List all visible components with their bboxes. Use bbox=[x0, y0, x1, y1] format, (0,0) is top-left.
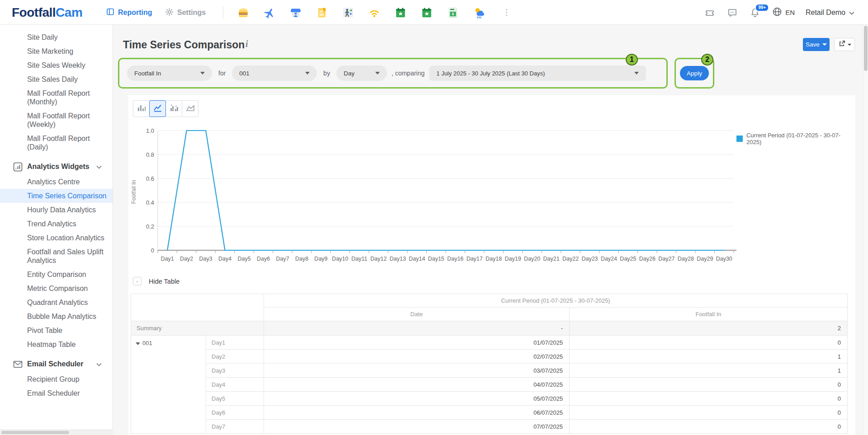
svg-text:Day28: Day28 bbox=[678, 256, 694, 262]
table-row: Day707/07/20250 bbox=[131, 420, 848, 434]
svg-text:Day13: Day13 bbox=[390, 256, 406, 262]
svg-text:0.8: 0.8 bbox=[146, 151, 154, 158]
entity-select[interactable]: 001 bbox=[232, 65, 317, 81]
more-apps-icon[interactable] bbox=[503, 6, 510, 19]
sidebar-scrollbar-thumb[interactable] bbox=[1, 431, 69, 434]
sidebar-item-label: Bubble Map Analytics bbox=[27, 313, 96, 320]
bell-icon[interactable]: 99+ bbox=[749, 7, 761, 19]
value-cell: 1 bbox=[570, 364, 848, 378]
page-scrollbar-thumb[interactable] bbox=[864, 26, 868, 71]
value-cell: 0 bbox=[570, 392, 848, 406]
sidebar-item-label: Analytics Centre bbox=[27, 178, 80, 186]
sidebar-item-site-daily[interactable]: Site Daily bbox=[0, 30, 113, 44]
svg-text:Day15: Day15 bbox=[428, 256, 444, 262]
hamburger-icon[interactable] bbox=[237, 6, 249, 19]
sidebar-section-analytics-widgets[interactable]: Analytics Widgets bbox=[0, 159, 113, 175]
sidebar-item-bubble-map-analytics[interactable]: Bubble Map Analytics bbox=[0, 309, 113, 323]
granularity-select[interactable]: Day bbox=[336, 65, 387, 81]
sidebar-item-trend-analytics[interactable]: Trend Analytics bbox=[0, 217, 113, 231]
sidebar-item-site-sales-daily[interactable]: Site Sales Daily bbox=[0, 72, 113, 86]
sidebar-item-mall-footfall-report-weekly[interactable]: Mall Footfall Report (Weekly) bbox=[0, 109, 113, 131]
weather-icon[interactable] bbox=[473, 6, 485, 19]
reporting-icon bbox=[106, 8, 114, 18]
sidebar-item-recipient-group[interactable]: Recipient Group bbox=[0, 372, 113, 386]
collapse-triangle-icon[interactable] bbox=[136, 342, 140, 345]
day-cell: Day6 bbox=[206, 406, 264, 420]
sidebar: Site DailySite MarketingSite Sales Weekl… bbox=[0, 25, 113, 430]
sidebar-item-analytics-centre[interactable]: Analytics Centre bbox=[0, 175, 113, 189]
date-cell: 03/07/2025 bbox=[264, 364, 570, 378]
flights-icon[interactable] bbox=[263, 6, 275, 19]
value-cell: 0 bbox=[570, 406, 848, 420]
svg-text:1.0: 1.0 bbox=[146, 127, 154, 134]
sidebar-item-footfall-and-sales-uplift-analytics[interactable]: Footfall and Sales Uplift Analytics bbox=[0, 245, 113, 267]
sidebar-item-mall-footfall-report-daily[interactable]: Mall Footfall Report (Daily) bbox=[0, 131, 113, 154]
legend-label: Current Period (01-07-2025 - 30-07-2025) bbox=[746, 132, 855, 145]
nav-settings[interactable]: Settings bbox=[165, 6, 206, 19]
sidebar-item-hourly-data-analytics[interactable]: Hourly Data Analytics bbox=[0, 203, 113, 217]
calendar-star-icon[interactable] bbox=[420, 6, 433, 19]
value-cell: 1 bbox=[570, 350, 848, 364]
money-icon[interactable]: $ bbox=[447, 6, 459, 19]
chart-type-line-chart-button[interactable] bbox=[149, 100, 166, 117]
sidebar-item-site-sales-weekly[interactable]: Site Sales Weekly bbox=[0, 58, 113, 72]
info-icon[interactable]: i bbox=[245, 39, 248, 49]
svg-text:Footfall In: Footfall In bbox=[131, 180, 137, 204]
ticket-icon[interactable] bbox=[704, 7, 716, 19]
sidebar-item-quadrant-analytics[interactable]: Quadrant Analytics bbox=[0, 295, 113, 309]
sidebar-item-heatmap-table[interactable]: Heatmap Table bbox=[0, 337, 113, 351]
language-selector[interactable]: EN bbox=[772, 6, 795, 19]
report-icon[interactable] bbox=[316, 6, 328, 19]
globe-icon bbox=[772, 6, 783, 19]
svg-text:Day3: Day3 bbox=[199, 256, 212, 262]
calendar-star-icon[interactable] bbox=[394, 6, 406, 19]
chevron-down-icon bbox=[634, 72, 639, 75]
hide-table-toggle[interactable]: - bbox=[133, 277, 142, 285]
value-cell: 0 bbox=[570, 336, 848, 350]
svg-text:0.2: 0.2 bbox=[146, 223, 154, 230]
wifi-icon[interactable] bbox=[368, 6, 380, 19]
sidebar-item-store-location-analytics[interactable]: Store Location Analytics bbox=[0, 231, 113, 245]
nav-reporting[interactable]: Reporting bbox=[106, 6, 152, 19]
chevron-down-icon bbox=[375, 72, 380, 75]
svg-text:Day29: Day29 bbox=[697, 256, 713, 262]
entity-value: 001 bbox=[239, 70, 250, 77]
svg-text:0.6: 0.6 bbox=[146, 175, 154, 182]
date-cell: 05/07/2025 bbox=[264, 392, 570, 406]
filter-bar: Footfall In for 001 by Day , comparing 1… bbox=[118, 58, 668, 89]
data-table: Current Period (01-07-2025 - 30-07-2025)… bbox=[131, 294, 848, 434]
chevron-down-icon bbox=[200, 72, 205, 75]
chart-legend[interactable]: Current Period (01-07-2025 - 30-07-2025) bbox=[736, 132, 855, 145]
sidebar-item-time-series-comparison[interactable]: Time Series Comparison bbox=[0, 189, 113, 203]
header-right: 99+ EN Retail Demo bbox=[704, 0, 854, 25]
sidebar-item-metric-comparison[interactable]: Metric Comparison bbox=[0, 281, 113, 295]
sidebar-scrollbar[interactable] bbox=[0, 430, 113, 435]
sidebar-item-label: Site Sales Daily bbox=[27, 75, 78, 83]
chevron-down-icon bbox=[96, 163, 102, 171]
summary-row: Summary-2 bbox=[131, 321, 848, 336]
export-button[interactable] bbox=[834, 38, 855, 51]
metric-select[interactable]: Footfall In bbox=[127, 65, 212, 81]
svg-text:Day26: Day26 bbox=[639, 256, 656, 262]
sidebar-section-email-scheduler-section[interactable]: Email Scheduler bbox=[0, 356, 113, 372]
page-scrollbar[interactable] bbox=[863, 25, 868, 435]
sidebar-item-site-marketing[interactable]: Site Marketing bbox=[0, 44, 113, 58]
sidebar-item-mall-footfall-report-monthly[interactable]: Mall Footfall Report (Monthly) bbox=[0, 86, 113, 109]
pedestrian-icon[interactable] bbox=[342, 6, 354, 19]
sidebar-item-pivot-table[interactable]: Pivot Table bbox=[0, 323, 113, 337]
save-button-label: Save bbox=[806, 41, 820, 48]
entity-label: 001 bbox=[142, 340, 152, 346]
storefront-icon[interactable] bbox=[289, 6, 302, 19]
account-menu[interactable]: Retail Demo bbox=[806, 9, 854, 17]
svg-text:Day8: Day8 bbox=[295, 256, 308, 262]
line-chart-icon bbox=[153, 103, 163, 115]
sidebar-item-email-scheduler[interactable]: Email Scheduler bbox=[0, 386, 113, 400]
hide-table-row: - Hide Table bbox=[133, 277, 179, 285]
date-range-select[interactable]: 1 July 2025 - 30 July 2025 (Last 30 Days… bbox=[429, 65, 646, 81]
logo[interactable]: FootfallCam bbox=[12, 5, 82, 20]
date-cell: 07/07/2025 bbox=[264, 420, 570, 434]
save-button[interactable]: Save bbox=[803, 38, 830, 51]
sidebar-item-entity-comparison[interactable]: Entity Comparison bbox=[0, 267, 113, 281]
apply-button[interactable]: Apply bbox=[680, 66, 709, 80]
chat-icon[interactable] bbox=[726, 7, 738, 19]
